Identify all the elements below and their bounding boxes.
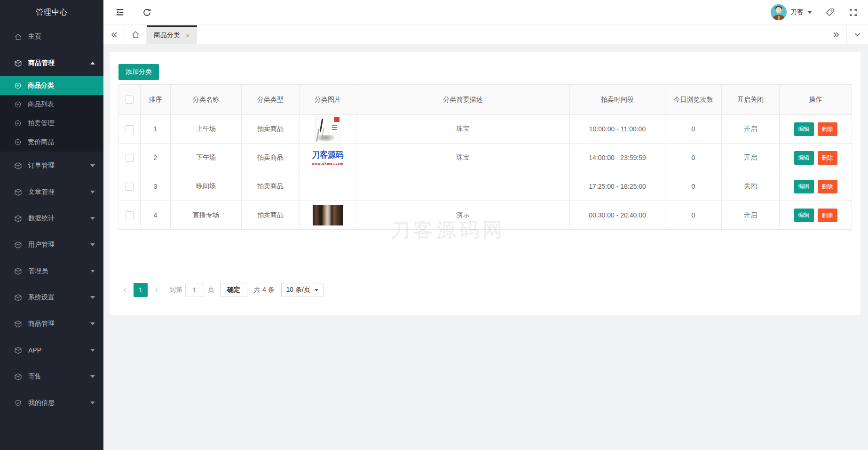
chevron-down-icon xyxy=(90,191,95,193)
cell-desc xyxy=(356,172,570,201)
edit-button[interactable]: 编辑 xyxy=(794,209,814,222)
cell-views: 0 xyxy=(665,144,722,172)
row-checkbox[interactable] xyxy=(126,154,134,162)
tabbar-right xyxy=(825,25,868,44)
page-size-select[interactable]: 10 条/页 xyxy=(281,283,324,297)
sidebar-item-app[interactable]: APP xyxy=(0,341,103,360)
sidebar-item-label: 拍卖管理 xyxy=(28,119,54,128)
category-image-ink-painting[interactable] xyxy=(315,116,340,142)
delete-button[interactable]: 删除 xyxy=(818,209,837,222)
row-checkbox[interactable] xyxy=(126,211,134,219)
sidebar-item-bidding-goods[interactable]: 竞价商品 xyxy=(0,133,103,152)
avatar xyxy=(771,4,787,20)
confirm-page-button[interactable]: 确定 xyxy=(220,283,247,297)
card-footer-divider xyxy=(118,308,852,315)
delete-button[interactable]: 删除 xyxy=(818,180,837,193)
user-menu[interactable]: 刀客 xyxy=(771,4,812,20)
chevron-down-icon xyxy=(90,402,95,404)
sidebar-item-label: 商品管理 xyxy=(28,59,55,67)
chevron-down-icon xyxy=(90,243,95,246)
cube-icon xyxy=(14,373,22,381)
cell-views: 0 xyxy=(665,201,722,230)
cell-time: 10:00:00 - 11:00:00 xyxy=(570,115,665,144)
chevron-down-icon xyxy=(90,296,95,299)
content-card: 添加分类 排序 分类名称 分类类型 分类图片 分类简要描述 拍卖时间段 今日浏览… xyxy=(110,52,860,315)
tab-home[interactable] xyxy=(125,25,147,44)
cell-desc: 演示 xyxy=(356,201,570,230)
sidebar-item-label: 数据统计 xyxy=(28,214,55,223)
sidebar-item-system-settings[interactable]: 系统设置 xyxy=(0,288,103,307)
app-title: 管理中心 xyxy=(0,0,103,24)
chevron-down-icon xyxy=(315,289,318,291)
collapse-sidebar-icon[interactable] xyxy=(115,7,125,17)
cell-action: 编辑删除 xyxy=(780,144,852,172)
fullscreen-icon[interactable] xyxy=(849,8,858,17)
sidebar-item-category[interactable]: 商品分类 xyxy=(0,76,103,95)
tab-options-button[interactable] xyxy=(846,25,868,44)
sidebar-item-users[interactable]: 用户管理 xyxy=(0,235,103,254)
cube-icon xyxy=(14,59,22,67)
category-image-daoke-logo[interactable]: 刀客源码 www.dkmai.com xyxy=(312,146,343,169)
sidebar-item-articles[interactable]: 文章管理 xyxy=(0,183,103,201)
cell-status: 关闭 xyxy=(722,172,780,201)
table-row: 4 直播专场 拍卖商品 演示 00:30:00 - 20:40:00 0 开启 … xyxy=(119,201,852,230)
sidebar-submenu: 商品分类 商品列表 拍卖管理 竞价商品 xyxy=(0,76,103,152)
sidebar-item-label: 商品列表 xyxy=(28,100,54,109)
edit-button[interactable]: 编辑 xyxy=(794,180,814,193)
next-page-button[interactable] xyxy=(150,283,163,297)
sidebar-item-label: 主页 xyxy=(28,32,41,41)
row-checkbox[interactable] xyxy=(126,183,134,191)
category-table: 排序 分类名称 分类类型 分类图片 分类简要描述 拍卖时间段 今日浏览次数 开启… xyxy=(118,84,852,230)
sidebar-item-statistics[interactable]: 数据统计 xyxy=(0,209,103,228)
tag-icon[interactable] xyxy=(825,8,835,17)
sidebar-item-goods-list[interactable]: 商品列表 xyxy=(0,95,103,114)
sidebar-item-consignment[interactable]: 寄售 xyxy=(0,367,103,386)
cell-status: 开启 xyxy=(722,144,780,172)
cell-order: 4 xyxy=(141,201,171,230)
scroll-tabs-left-button[interactable] xyxy=(103,25,125,44)
cell-image xyxy=(300,115,356,144)
refresh-icon[interactable] xyxy=(142,8,152,17)
close-icon[interactable]: × xyxy=(186,32,190,39)
col-type: 分类类型 xyxy=(242,85,300,115)
goto-page-input[interactable] xyxy=(185,283,204,297)
row-checkbox[interactable] xyxy=(126,125,134,133)
current-page[interactable]: 1 xyxy=(134,283,148,297)
tab-label: 商品分类 xyxy=(154,31,180,40)
chevron-down-icon xyxy=(90,164,95,167)
cell-views: 0 xyxy=(665,172,722,201)
prev-page-button[interactable] xyxy=(118,283,132,297)
sidebar-item-goods-mgmt-2[interactable]: 商品管理 xyxy=(0,314,103,333)
circle-plus-icon xyxy=(14,138,22,146)
scroll-tabs-right-button[interactable] xyxy=(825,25,846,44)
edit-button[interactable]: 编辑 xyxy=(794,151,814,165)
cell-name: 下午场 xyxy=(171,144,242,172)
add-category-button[interactable]: 添加分类 xyxy=(118,64,159,80)
sidebar-item-label: 系统设置 xyxy=(28,293,55,302)
tab-bar: 商品分类 × xyxy=(103,25,868,44)
sidebar-nav: 主页 商品管理 商品分类 商品列表 xyxy=(0,27,103,412)
sidebar-item-label: 文章管理 xyxy=(28,188,55,196)
delete-button[interactable]: 删除 xyxy=(818,122,837,136)
delete-button[interactable]: 删除 xyxy=(818,151,837,165)
sidebar-item-admins[interactable]: 管理员 xyxy=(0,262,103,281)
sidebar-item-label: 竞价商品 xyxy=(28,138,54,146)
category-image-photo[interactable] xyxy=(313,205,343,225)
sidebar-item-orders[interactable]: 订单管理 xyxy=(0,156,103,175)
select-all-checkbox[interactable] xyxy=(126,96,134,104)
total-count: 共 4 条 xyxy=(254,286,275,294)
table-row: 2 下午场 拍卖商品 刀客源码 www.dkmai.com 珠宝 14:00:0… xyxy=(119,144,852,172)
header-checkbox-cell xyxy=(119,85,141,115)
sidebar-item-label: 寄售 xyxy=(28,372,41,381)
sidebar-item-my-info[interactable]: 我的信息 xyxy=(0,394,103,412)
tab-category[interactable]: 商品分类 × xyxy=(147,25,197,44)
cell-image: 刀客源码 www.dkmai.com xyxy=(300,144,356,172)
sidebar-item-home[interactable]: 主页 xyxy=(0,27,103,46)
topbar: 刀客 xyxy=(103,0,868,25)
cell-time: 00:30:00 - 20:40:00 xyxy=(570,201,665,230)
col-image: 分类图片 xyxy=(300,85,356,115)
col-desc: 分类简要描述 xyxy=(356,85,570,115)
sidebar-item-auction-mgmt[interactable]: 拍卖管理 xyxy=(0,114,103,133)
edit-button[interactable]: 编辑 xyxy=(794,122,814,136)
sidebar-item-goods-mgmt[interactable]: 商品管理 xyxy=(0,54,103,72)
